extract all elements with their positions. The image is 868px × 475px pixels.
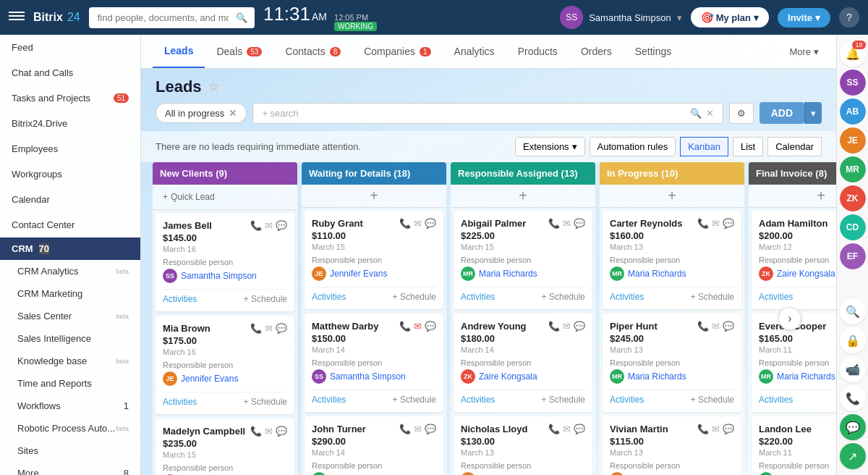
mail-icon[interactable]: ✉: [414, 424, 422, 434]
card-matthew-darby[interactable]: Matthew Darby 📞 ✉ 💬 $150.00 March 14: [305, 314, 443, 412]
schedule-link[interactable]: + Schedule: [244, 397, 287, 407]
card-john-turner[interactable]: John Turner 📞 ✉ 💬 $290.00 March 14: [305, 416, 443, 475]
help-button[interactable]: ?: [839, 7, 859, 28]
activities-link[interactable]: Activities: [759, 292, 793, 302]
mail-icon[interactable]: ✉: [414, 218, 422, 229]
mail-icon[interactable]: ✉: [712, 321, 720, 332]
invite-button[interactable]: Invite ▾: [778, 8, 830, 28]
add-card-button[interactable]: +: [513, 182, 533, 209]
tab-analytics[interactable]: Analytics: [443, 35, 506, 67]
mail-icon[interactable]: ✉: [265, 220, 273, 231]
user-avatar-4[interactable]: MR: [840, 156, 866, 182]
extensions-button[interactable]: Extensions ▾: [515, 137, 585, 156]
chat-icon[interactable]: 💬: [723, 321, 734, 332]
chat-icon[interactable]: 💬: [723, 218, 734, 229]
sidebar-item-sales-center[interactable]: Sales Center beta: [0, 305, 140, 327]
mail-icon[interactable]: ✉: [563, 218, 571, 229]
chat-icon[interactable]: 💬: [425, 321, 436, 332]
calendar-view-button[interactable]: Calendar: [767, 137, 822, 156]
card-carter-reynolds[interactable]: Carter Reynolds 📞 ✉ 💬 $160.00 March 13: [603, 211, 741, 309]
chat-icon[interactable]: 💬: [425, 424, 436, 434]
mail-icon[interactable]: ✉: [712, 218, 720, 229]
sidebar-item-feed[interactable]: Feed: [0, 35, 140, 60]
phone-icon[interactable]: 📞: [399, 321, 411, 332]
settings-button[interactable]: ⚙: [729, 103, 754, 124]
sidebar-item-time-reports[interactable]: Time and Reports: [0, 372, 140, 395]
share-icon[interactable]: ↗: [840, 443, 866, 469]
schedule-link[interactable]: + Schedule: [244, 294, 287, 304]
sidebar-item-sales-intelligence[interactable]: Sales Intelligence: [0, 327, 140, 350]
activities-link[interactable]: Activities: [610, 292, 644, 302]
chat-icon[interactable]: 💬: [276, 426, 287, 437]
activities-link[interactable]: Activities: [610, 395, 644, 405]
search-magnify-icon[interactable]: 🔍: [690, 108, 702, 119]
phone-icon[interactable]: 📞: [548, 424, 560, 434]
tab-more[interactable]: More ▾: [783, 36, 825, 67]
chat-icon[interactable]: 💬: [723, 424, 734, 434]
sidebar-item-robotic[interactable]: Robotic Process Auto... beta: [0, 417, 140, 440]
phone-icon[interactable]: 📞: [250, 220, 262, 231]
sidebar-item-more[interactable]: More... 8: [0, 462, 140, 475]
sidebar-crm[interactable]: CRM 70: [0, 238, 140, 260]
add-card-button[interactable]: +: [811, 182, 831, 209]
phone-icon[interactable]: 📞: [548, 218, 560, 229]
user-area[interactable]: SS Samantha Simpson ▾: [560, 6, 681, 29]
mail-icon[interactable]: ✉: [712, 424, 720, 434]
activities-link[interactable]: Activities: [461, 292, 495, 302]
schedule-link[interactable]: + Schedule: [393, 292, 436, 302]
my-plan-button[interactable]: 🎯 My plan ▾: [691, 7, 769, 28]
card-mia-brown[interactable]: Mia Brown 📞 ✉ 💬 $175.00 March 16 Re: [156, 316, 294, 414]
add-dropdown-button[interactable]: ▾: [804, 102, 822, 124]
activities-link[interactable]: Activities: [312, 292, 346, 302]
sidebar-item-crm-analytics[interactable]: CRM Analytics beta: [0, 260, 140, 282]
activities-link[interactable]: Activities: [312, 395, 346, 405]
tab-products[interactable]: Products: [506, 35, 569, 67]
add-card-button[interactable]: +: [662, 182, 682, 209]
chat-icon[interactable]: 💬: [425, 218, 436, 229]
schedule-link[interactable]: + Schedule: [542, 395, 585, 405]
menu-icon[interactable]: [9, 12, 25, 23]
sidebar-item-contact-center[interactable]: Contact Center: [0, 212, 140, 238]
phone-icon[interactable]: 📞: [697, 424, 709, 434]
search-icon-right[interactable]: 🔍: [840, 298, 866, 324]
activities-link[interactable]: Activities: [759, 395, 793, 405]
card-nicholas-lloyd[interactable]: Nicholas Lloyd 📞 ✉ 💬 $130.00 March 13: [454, 416, 592, 475]
kanban-next-button[interactable]: ›: [778, 307, 801, 330]
chat-icon[interactable]: 💬: [276, 323, 287, 334]
card-piper-hunt[interactable]: Piper Hunt 📞 ✉ 💬 $245.00 March 13 R: [603, 314, 741, 412]
tab-orders[interactable]: Orders: [569, 35, 624, 67]
mail-icon[interactable]: ✉: [265, 426, 273, 437]
schedule-link[interactable]: + Schedule: [691, 292, 734, 302]
activities-link[interactable]: Activities: [163, 397, 197, 407]
tab-companies[interactable]: Companies 1: [352, 35, 442, 67]
user-avatar-1[interactable]: SS: [840, 70, 866, 96]
filter-chip[interactable]: All in progress ✕: [156, 103, 247, 123]
tab-contacts[interactable]: Contacts 8: [273, 35, 352, 67]
mail-icon[interactable]: ✉: [265, 323, 273, 334]
phone-icon[interactable]: 📞: [697, 218, 709, 229]
phone-icon[interactable]: 📞: [250, 426, 262, 437]
search-input[interactable]: [89, 7, 255, 28]
sidebar-item-calendar[interactable]: Calendar: [0, 187, 140, 212]
card-madelyn-campbell[interactable]: Madelyn Campbell 📞 ✉ 💬 $235.00 March 15: [156, 419, 294, 475]
chat-icon[interactable]: 💬: [574, 321, 585, 332]
chat-icon[interactable]: 💬: [574, 424, 585, 434]
filter-search-box[interactable]: + search 🔍 ✕: [252, 103, 723, 124]
phone-icon[interactable]: 📞: [250, 323, 262, 334]
phone-icon[interactable]: 📞: [548, 321, 560, 332]
schedule-link[interactable]: + Schedule: [393, 395, 436, 405]
kanban-view-button[interactable]: Kanban: [680, 137, 728, 156]
automation-button[interactable]: Automation rules: [590, 137, 676, 156]
user-avatar-3[interactable]: JE: [840, 127, 866, 154]
schedule-link[interactable]: + Schedule: [542, 292, 585, 302]
notifications-icon[interactable]: 🔔 18: [840, 41, 866, 67]
card-james-bell[interactable]: James Bell 📞 ✉ 💬 $145.00 March 16 R: [156, 213, 294, 311]
quick-lead-button[interactable]: + Quick Lead: [157, 188, 293, 206]
user-avatar-2[interactable]: AB: [840, 98, 866, 125]
video-icon[interactable]: 📹: [840, 356, 866, 382]
phone-icon[interactable]: 📞: [697, 321, 709, 332]
sidebar-item-employees[interactable]: Employees: [0, 136, 140, 161]
phone-icon[interactable]: 📞: [399, 218, 411, 229]
sidebar-item-drive[interactable]: Bitrix24.Drive: [0, 111, 140, 136]
chat-icon[interactable]: 💬: [276, 220, 287, 231]
